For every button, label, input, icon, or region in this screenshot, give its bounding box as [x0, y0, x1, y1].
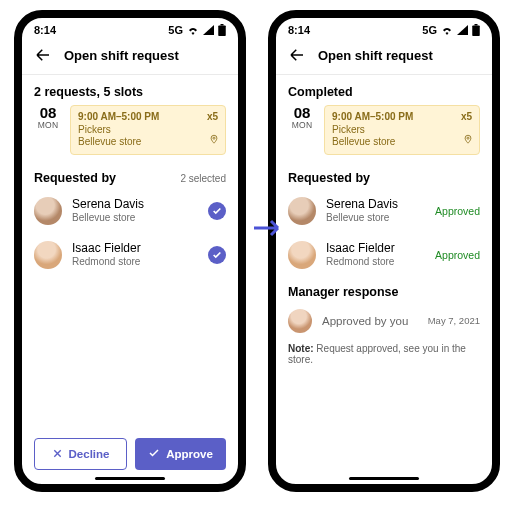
page-header: Open shift request — [22, 38, 238, 75]
phone-before: 8:14 5G Open shift request 2 requests, 5… — [14, 10, 246, 492]
requester-name: Serena Davis — [72, 197, 198, 211]
decline-button[interactable]: Decline — [34, 438, 127, 470]
svg-rect-1 — [221, 24, 224, 26]
requester-location: Bellevue store — [72, 212, 198, 224]
shift-time: 9:00 AM–5:00 PM — [78, 111, 159, 124]
requested-by-heading: Requested by — [288, 171, 370, 185]
location-icon — [463, 134, 473, 148]
svg-rect-0 — [218, 26, 226, 37]
summary-label: 2 requests, 5 slots — [34, 85, 226, 99]
date-column: 08 MON — [288, 105, 316, 155]
check-icon — [148, 447, 160, 461]
status-badge: Approved — [435, 249, 480, 261]
location-icon — [209, 134, 219, 148]
selected-count: 2 selected — [180, 173, 226, 184]
date-column: 08 MON — [34, 105, 62, 155]
status-bar: 8:14 5G — [276, 18, 492, 38]
svg-point-5 — [467, 137, 469, 139]
status-bar: 8:14 5G — [22, 18, 238, 38]
network-label: 5G — [422, 24, 437, 36]
home-indicator — [95, 477, 165, 480]
signal-icon — [457, 25, 468, 35]
requester-row[interactable]: Serena DavisBellevue store Approved — [288, 189, 480, 233]
page-title: Open shift request — [64, 48, 179, 63]
date-day: 08 — [34, 105, 62, 120]
clock: 8:14 — [288, 24, 310, 36]
requester-row[interactable]: Isaac FielderRedmond store Approved — [288, 233, 480, 277]
battery-icon — [472, 24, 480, 36]
phone-after: 8:14 5G Open shift request Completed 08 … — [268, 10, 500, 492]
requester-location: Redmond store — [326, 256, 425, 268]
shift-role: Pickers — [78, 124, 218, 137]
avatar — [288, 197, 316, 225]
selected-check-icon[interactable] — [208, 202, 226, 220]
network-label: 5G — [168, 24, 183, 36]
clock: 8:14 — [34, 24, 56, 36]
manager-response-text: Approved by you — [322, 315, 418, 327]
selected-check-icon[interactable] — [208, 246, 226, 264]
avatar — [288, 309, 312, 333]
requester-row[interactable]: Isaac FielderRedmond store — [34, 233, 226, 277]
manager-note: Note: Request approved, see you in the s… — [288, 343, 480, 365]
shift-count: x5 — [207, 111, 218, 124]
requester-name: Serena Davis — [326, 197, 425, 211]
shift-row: 08 MON 9:00 AM–5:00 PMx5 Pickers Bellevu… — [34, 105, 226, 155]
approve-button[interactable]: Approve — [135, 438, 226, 470]
avatar — [34, 197, 62, 225]
note-text: Request approved, see you in the store. — [288, 343, 466, 365]
shift-time: 9:00 AM–5:00 PM — [332, 111, 413, 124]
requester-row[interactable]: Serena DavisBellevue store — [34, 189, 226, 233]
avatar — [288, 241, 316, 269]
requested-by-heading: Requested by — [34, 171, 116, 185]
home-indicator — [349, 477, 419, 480]
shift-count: x5 — [461, 111, 472, 124]
note-label: Note: — [288, 343, 314, 354]
svg-point-2 — [213, 137, 215, 139]
status-badge: Approved — [435, 205, 480, 217]
svg-rect-3 — [472, 26, 480, 37]
shift-store: Bellevue store — [332, 136, 472, 149]
shift-row: 08 MON 9:00 AM–5:00 PMx5 Pickers Bellevu… — [288, 105, 480, 155]
action-bar: Decline Approve — [34, 426, 226, 484]
signal-icon — [203, 25, 214, 35]
battery-icon — [218, 24, 226, 36]
summary-label: Completed — [288, 85, 480, 99]
requester-location: Redmond store — [72, 256, 198, 268]
manager-response-row: Approved by you May 7, 2021 — [288, 305, 480, 339]
wifi-icon — [441, 25, 453, 35]
avatar — [34, 241, 62, 269]
shift-store: Bellevue store — [78, 136, 218, 149]
shift-card[interactable]: 9:00 AM–5:00 PMx5 Pickers Bellevue store — [70, 105, 226, 155]
decline-label: Decline — [69, 448, 110, 460]
manager-response-date: May 7, 2021 — [428, 315, 480, 326]
requester-name: Isaac Fielder — [326, 241, 425, 255]
page-title: Open shift request — [318, 48, 433, 63]
page-header: Open shift request — [276, 38, 492, 75]
requester-location: Bellevue store — [326, 212, 425, 224]
approve-label: Approve — [166, 448, 213, 460]
shift-role: Pickers — [332, 124, 472, 137]
close-icon — [52, 448, 63, 461]
date-weekday: MON — [288, 120, 316, 130]
requester-name: Isaac Fielder — [72, 241, 198, 255]
manager-response-heading: Manager response — [288, 285, 480, 299]
wifi-icon — [187, 25, 199, 35]
back-button[interactable] — [286, 44, 308, 66]
shift-card[interactable]: 9:00 AM–5:00 PMx5 Pickers Bellevue store — [324, 105, 480, 155]
svg-rect-4 — [475, 24, 478, 26]
transition-arrow-icon — [252, 218, 282, 242]
back-button[interactable] — [32, 44, 54, 66]
date-day: 08 — [288, 105, 316, 120]
date-weekday: MON — [34, 120, 62, 130]
